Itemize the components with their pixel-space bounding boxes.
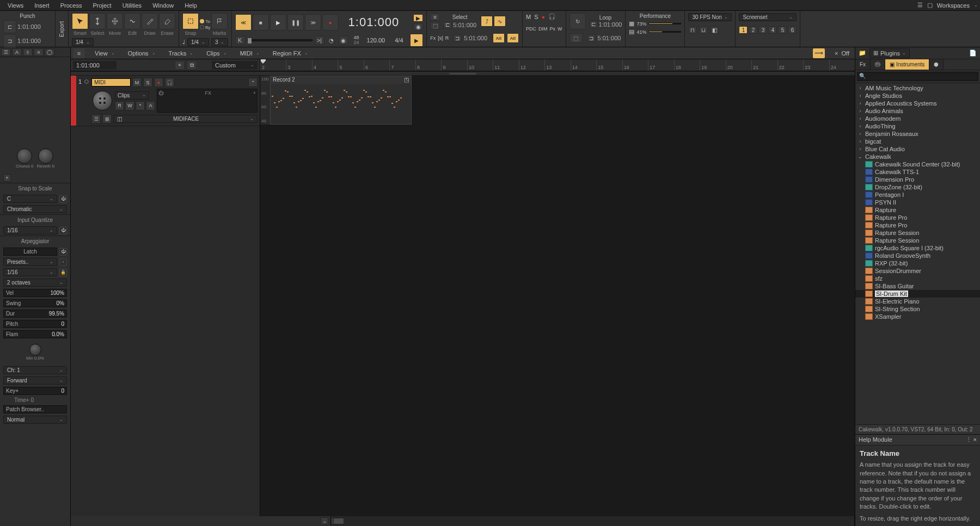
ruler-tick[interactable]: 12 [519, 59, 544, 71]
insp-icon3[interactable]: ⫴ [23, 48, 33, 56]
s-label[interactable]: [s] [438, 35, 443, 41]
plugin-item[interactable]: RXP (32-bit) [855, 259, 980, 267]
screenset-6[interactable]: 6 [788, 26, 797, 34]
expand-icon[interactable]: › [857, 101, 863, 106]
plugin-item[interactable]: rgcAudio Square I (32-bit) [855, 244, 980, 252]
ruler-tick[interactable]: 5 [338, 59, 363, 71]
insp-icon4[interactable]: ≡ [34, 48, 44, 56]
px-label[interactable]: Px [550, 26, 556, 32]
octaves-dd[interactable]: 2 octaves⌄ [3, 279, 67, 287]
ruler-tick[interactable]: 15 [596, 59, 622, 71]
plugin-item[interactable]: DropZone (32-bit) [855, 183, 980, 191]
ruler-tick[interactable]: 20 [726, 59, 751, 71]
expand-icon[interactable]: › [857, 85, 863, 91]
plugin-item[interactable]: SI-String Section [855, 305, 980, 313]
ruler-tick[interactable]: 19 [700, 59, 725, 71]
plugin-item[interactable]: SI-Drum Kit [855, 290, 980, 298]
tv-menu-button[interactable]: ≡ [73, 48, 85, 58]
ruler-tick[interactable]: 14 [571, 59, 596, 71]
iq-pwr[interactable]: ⏻ [59, 227, 67, 234]
plugin-item[interactable]: sfz [855, 275, 980, 282]
normal-dd[interactable]: Normal⌄ [3, 416, 67, 424]
hamburger-icon[interactable]: ☰ [917, 2, 923, 9]
beat-value[interactable]: 24 [354, 40, 359, 45]
punch-in-time[interactable]: 1:01:000 [17, 23, 41, 30]
help-close-icon[interactable]: ⋮ × [966, 436, 977, 443]
track-solo[interactable]: S [143, 78, 152, 87]
plugin-item[interactable]: Rapture Pro [855, 214, 980, 221]
fx-tab[interactable]: Fx [855, 59, 871, 70]
rate-dd[interactable]: 1/16⌄ [3, 268, 57, 276]
plugin-item[interactable]: Dimension Pro [855, 176, 980, 183]
sel-to-button[interactable]: ⊐ [453, 34, 462, 42]
read-button[interactable]: R [115, 101, 124, 110]
keyplus-field[interactable]: Key+0 [3, 387, 67, 395]
h-scrollbar[interactable]: ◂ [331, 516, 855, 526]
ab2-button[interactable]: AB [507, 33, 519, 43]
expand-icon[interactable]: › [857, 108, 863, 114]
menu-insert[interactable]: Insert [29, 1, 55, 10]
screenset-1[interactable]: 1 [739, 26, 748, 34]
presets-dd[interactable]: Presets..⌄ [3, 258, 57, 266]
ruler-tick[interactable]: 17 [648, 59, 673, 71]
punch-out-button[interactable]: ⊐ [3, 34, 16, 47]
clips-dd[interactable]: Clips⌄ [115, 91, 149, 100]
track-arm[interactable]: ● [154, 78, 163, 87]
screenset-2[interactable]: 2 [749, 26, 757, 34]
sel-from-button[interactable]: ⊏ [443, 21, 452, 29]
menu-process[interactable]: Process [55, 1, 88, 10]
dup-track-button[interactable]: ⧉ [187, 61, 197, 70]
plugin-item[interactable]: Rapture [855, 206, 980, 214]
ruler-tick[interactable]: 22 [777, 59, 803, 71]
timesig-value[interactable]: 4/4 [395, 37, 403, 44]
vendor-item[interactable]: ›AudioThing [855, 122, 980, 130]
transport-slider[interactable] [247, 39, 313, 41]
expand-icon[interactable]: › [857, 116, 863, 121]
ruler-tick[interactable]: 16 [622, 59, 648, 71]
track-1[interactable]: 1 ⬡ MIDI M S ● 🎧 ⌃ [71, 76, 260, 126]
tool-dd1[interactable]: 1/4⌄ [72, 38, 94, 46]
ab1-button[interactable]: AB [493, 33, 505, 43]
menu-utilities[interactable]: Utilities [117, 1, 147, 10]
flam-field[interactable]: Flam0.0% [3, 330, 67, 338]
tv-off[interactable]: ×Off [831, 49, 853, 58]
ruler-tick[interactable]: 7 [389, 59, 415, 71]
plugin-item[interactable]: Rapture Session [855, 237, 980, 244]
now-time[interactable]: 1:01:000 [340, 13, 408, 32]
ruler-tick[interactable]: 21 [751, 59, 777, 71]
plugin-item[interactable]: Roland GrooveSynth [855, 252, 980, 259]
snap-by-radio[interactable] [200, 25, 204, 29]
iq-dd[interactable]: 1/16⌄ [3, 226, 57, 234]
plus-button[interactable]: + [3, 174, 11, 182]
punch-out-time[interactable]: 1:01:000 [17, 38, 41, 44]
erase-tool[interactable] [159, 13, 175, 29]
chorus-knob[interactable] [17, 148, 32, 164]
custom-dd[interactable]: Custom⌄ [212, 61, 258, 70]
sync-btn2[interactable]: ⊔ [699, 26, 708, 34]
plugin-item[interactable]: SI-Bass Guitar [855, 282, 980, 290]
reverb-knob[interactable] [38, 148, 53, 164]
expand-icon[interactable]: › [857, 146, 863, 152]
select-tool[interactable] [89, 13, 106, 29]
loop-to-time[interactable]: 5:01:000 [598, 35, 621, 41]
browser-search-input[interactable] [857, 72, 978, 81]
draw-tool[interactable] [142, 13, 158, 29]
expand-icon[interactable]: › [857, 131, 863, 137]
r-label[interactable]: R [445, 35, 449, 41]
fx-label[interactable]: Fx [430, 35, 436, 41]
ruler-tick[interactable]: 6 [364, 59, 389, 71]
lock-icon[interactable]: 🔒 [59, 269, 67, 276]
rewind-button[interactable]: ≪ [235, 14, 252, 30]
export-button[interactable]: Export [59, 21, 65, 37]
play-mode-1[interactable]: ▶ [413, 14, 423, 22]
loop-button[interactable]: ↻ [569, 13, 586, 29]
sel-icon1[interactable]: ≡ [430, 13, 440, 21]
sync-btn1[interactable]: ⊓ [688, 26, 697, 34]
sel-icon2[interactable]: ⬚ [430, 22, 440, 29]
record-button[interactable]: ● [322, 14, 339, 30]
vendor-item[interactable]: ›Blue Cat Audio [855, 145, 980, 153]
set-now-button[interactable]: ◉ [339, 36, 348, 45]
loop-from-time[interactable]: 1:01:000 [599, 21, 622, 28]
ruler-tick[interactable]: 24 [829, 59, 855, 71]
vendor-item[interactable]: ›AM Music Technology [855, 84, 980, 92]
